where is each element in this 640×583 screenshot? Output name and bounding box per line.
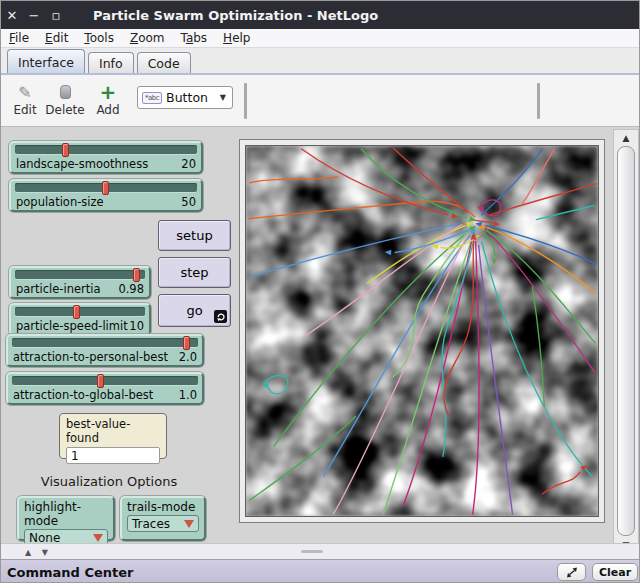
widget-type-value: Button <box>166 90 208 105</box>
slider-handle[interactable] <box>133 268 140 282</box>
tab-interface[interactable]: Interface <box>7 49 85 73</box>
button-label: step <box>180 265 208 280</box>
pencil-icon: ✎ <box>18 83 31 102</box>
minimize-icon[interactable]: − <box>23 8 45 23</box>
splitter-arrows-icon[interactable]: ▲ ▼ <box>25 548 52 557</box>
slider-handle[interactable] <box>62 143 69 157</box>
tab-code[interactable]: Code <box>137 52 191 73</box>
slider-track <box>15 183 197 192</box>
slider-track <box>15 145 197 154</box>
slider-value: 2.0 <box>179 350 197 364</box>
slider-attraction-to-global-best[interactable]: attraction-to-global-best1.0 <box>6 372 204 405</box>
maximize-icon[interactable]: ▫ <box>45 8 67 23</box>
scroll-up-icon[interactable]: ▲ <box>614 130 638 145</box>
widget-type-icon: *abc <box>142 92 162 104</box>
expand-button[interactable] <box>557 563 586 581</box>
slider-handle[interactable] <box>73 305 80 319</box>
tab-info[interactable]: Info <box>88 52 134 73</box>
step-button[interactable]: step <box>158 257 231 288</box>
forever-icon <box>214 310 227 323</box>
menu-bar: FileEditToolsZoomTabsHelp <box>1 29 639 48</box>
slider-value: 50 <box>181 195 196 209</box>
chevron-down-icon: ▼ <box>220 93 226 102</box>
visualization-options-label: Visualization Options <box>9 474 209 489</box>
chooser-field[interactable]: Traces <box>127 515 199 532</box>
window-title: Particle Swarm Optimization - NetLogo <box>93 8 378 23</box>
plus-icon: + <box>100 83 117 101</box>
slider-attraction-to-personal-best[interactable]: attraction-to-personal-best2.0 <box>6 334 204 367</box>
view-frame <box>239 139 605 523</box>
slider-population-size[interactable]: population-size50 <box>9 179 203 212</box>
splitter-handle-icon[interactable] <box>301 550 323 553</box>
slider-value: 0.98 <box>118 282 144 296</box>
netlogo-window: ✕ − ▫ Particle Swarm Optimization - NetL… <box>0 0 640 583</box>
chooser-value: Traces <box>132 517 170 531</box>
eraser-icon <box>60 85 71 99</box>
chooser-label: highlight-mode <box>24 500 108 528</box>
scrollbar-thumb[interactable] <box>617 146 635 536</box>
edit-tool-label: Edit <box>9 103 41 117</box>
chooser-highlight-mode[interactable]: highlight-mode None <box>17 496 115 541</box>
slider-track <box>15 307 145 316</box>
slider-track <box>12 376 198 385</box>
slider-label: population-size <box>16 195 104 209</box>
slider-label: particle-speed-limit <box>16 319 128 333</box>
command-center-splitter[interactable]: ▲ ▼ <box>1 543 639 559</box>
command-center-title: Command Center <box>7 565 133 580</box>
delete-tool-label: Delete <box>43 103 87 117</box>
tab-bar: InterfaceInfoCode <box>1 48 639 73</box>
expand-icon <box>566 567 578 578</box>
title-bar: ✕ − ▫ Particle Swarm Optimization - NetL… <box>1 1 639 29</box>
add-tool-button[interactable]: + Add <box>93 81 123 117</box>
edit-tool-button[interactable]: ✎ Edit <box>9 81 41 117</box>
slider-handle[interactable] <box>183 336 190 350</box>
menu-item-tabs[interactable]: Tabs <box>173 30 216 46</box>
delete-tool-button[interactable]: Delete <box>43 81 87 117</box>
command-center-bar: Command Center Clear <box>1 559 639 583</box>
vertical-scrollbar[interactable]: ▲ ▼ <box>613 129 639 553</box>
monitor-label: best-value-found <box>66 417 160 445</box>
slider-label: landscape-smoothness <box>16 157 148 171</box>
close-icon[interactable]: ✕ <box>1 8 23 23</box>
button-label: setup <box>176 228 212 243</box>
add-tool-label: Add <box>93 103 123 117</box>
menu-item-edit[interactable]: Edit <box>37 30 76 46</box>
slider-particle-speed-limit[interactable]: particle-speed-limit10 <box>9 303 151 336</box>
chooser-arrow-icon <box>184 520 194 528</box>
toolbar: ✎ Edit Delete + Add *abc Button ▼ normal… <box>1 75 639 127</box>
slider-value: 10 <box>129 319 144 333</box>
slider-track <box>12 338 198 347</box>
slider-handle[interactable] <box>97 374 104 388</box>
slider-value: 1.0 <box>179 388 197 402</box>
chooser-arrow-icon <box>93 534 103 542</box>
button-label: go <box>186 303 202 318</box>
monitor-value: 1 <box>66 447 160 464</box>
go-button[interactable]: go <box>158 294 231 327</box>
menu-item-tools[interactable]: Tools <box>76 30 122 46</box>
widget-type-dropdown[interactable]: *abc Button ▼ <box>137 86 233 109</box>
slider-landscape-smoothness[interactable]: landscape-smoothness20 <box>9 141 203 174</box>
setup-button[interactable]: setup <box>158 220 231 251</box>
slider-label: attraction-to-personal-best <box>13 350 168 364</box>
toolbar-separator <box>537 83 540 119</box>
slider-particle-inertia[interactable]: particle-inertia0.98 <box>9 266 151 299</box>
clear-button[interactable]: Clear <box>592 563 638 581</box>
slider-label: particle-inertia <box>16 282 101 296</box>
menu-item-file[interactable]: File <box>1 30 37 46</box>
chooser-label: trails-mode <box>127 500 199 514</box>
slider-track <box>15 270 145 279</box>
menu-item-help[interactable]: Help <box>215 30 258 46</box>
world-view[interactable] <box>245 145 599 517</box>
toolbar-separator <box>244 83 247 119</box>
slider-value: 20 <box>181 157 196 171</box>
slider-handle[interactable] <box>102 181 109 195</box>
slider-label: attraction-to-global-best <box>13 388 153 402</box>
chooser-trails-mode[interactable]: trails-mode Traces <box>120 496 206 541</box>
menu-item-zoom[interactable]: Zoom <box>122 30 173 46</box>
monitor-best-value-found: best-value-found 1 <box>59 413 167 459</box>
